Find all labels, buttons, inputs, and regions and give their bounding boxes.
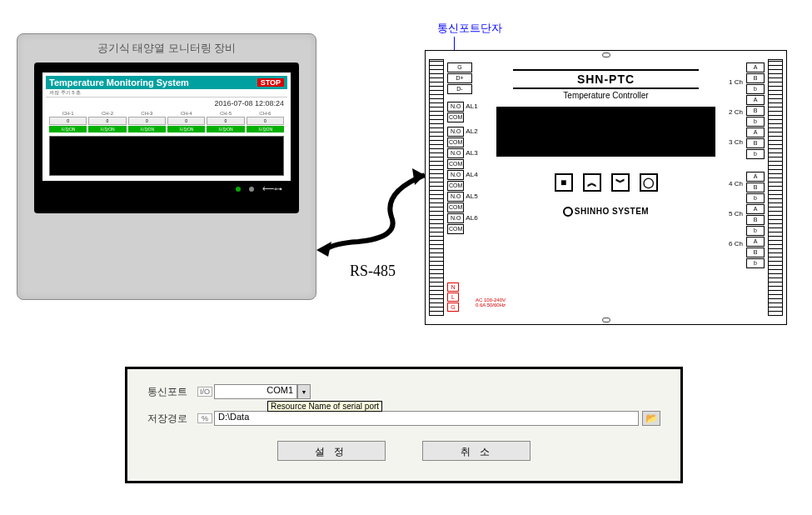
monitor-screen: Temperature Monitoring System STOP 저장 주기…: [42, 72, 291, 181]
browse-button[interactable]: 📂: [642, 411, 660, 426]
left-pin-labels: G D+ D- N.OCOMAL1 N.OCOMAL2 N.OCOMAL3 N.…: [447, 62, 472, 235]
ch-4-label: 4 Ch: [729, 169, 743, 199]
ch-pin: A: [746, 62, 765, 72]
ch-pin: B: [746, 138, 765, 148]
comm-port-value[interactable]: COM1: [214, 384, 297, 399]
channel-status: 저장ON: [128, 126, 166, 132]
screen-title-bar: Temperature Monitoring System STOP: [46, 76, 287, 89]
ok-button[interactable]: 설 정: [277, 441, 386, 461]
alarm-pin-no: N.O: [447, 148, 464, 158]
channel-3: CH-3 0 저장ON: [128, 111, 166, 132]
left-terminal-block: [429, 59, 444, 316]
alarm-5-label: AL5: [464, 192, 477, 213]
alarm-pin-no: N.O: [447, 170, 464, 180]
controller-subtitle: Temperature Controller: [496, 91, 715, 100]
channel-label: CH-6: [247, 111, 284, 116]
ch-3-label: 3 Ch: [729, 128, 743, 158]
save-path-row: 저장경로 % D:\Data 📂: [147, 411, 660, 426]
channels-row: CH-1 0 저장ON CH-2 0 저장ON CH-3 0 저장ON CH-4…: [46, 109, 287, 134]
chevron-down-icon[interactable]: ▼: [297, 384, 311, 399]
up-button[interactable]: ︽: [583, 173, 601, 192]
channel-status: 저장ON: [207, 126, 244, 132]
channel-label: CH-5: [207, 111, 244, 116]
dialog-buttons: 설 정 취 소: [147, 441, 660, 461]
alarm-6-label: AL6: [464, 213, 477, 235]
ch-pin: A: [746, 128, 765, 138]
comm-port-label: 통신포트: [147, 385, 197, 399]
controller-face: SHN-PTC Temperature Controller ■ ︽ ︾ ◯ S…: [496, 68, 715, 308]
ch-pin: b: [746, 226, 765, 236]
channel-label: CH-4: [167, 111, 205, 116]
stop-button[interactable]: STOP: [257, 78, 284, 87]
svg-marker-0: [316, 242, 331, 257]
channel-6: CH-6 0 저장ON: [247, 111, 284, 132]
comm-port-row: 통신포트 I/O COM1 ▼: [147, 384, 660, 399]
alarm-1-label: AL1: [464, 102, 477, 123]
logo-icon: [563, 207, 573, 217]
right-pin-labels: A B b A B b A B b A B b A B b A B b: [746, 62, 765, 269]
controller-model: SHN-PTC: [496, 72, 715, 86]
manufacturer-logo: SHINHO SYSTEM: [496, 207, 715, 217]
channel-label: CH-3: [128, 111, 166, 116]
screw-icon: [602, 318, 610, 322]
cancel-button[interactable]: 취 소: [422, 441, 531, 461]
channel-value: 0: [49, 117, 87, 125]
ch-pin: A: [746, 237, 765, 247]
ch-6-label: 6 Ch: [729, 229, 743, 259]
alarm-pin-no: N.O: [447, 192, 464, 202]
ch-pin: B: [746, 248, 765, 258]
save-path-input[interactable]: D:\Data: [214, 411, 639, 426]
cycle-button[interactable]: ◯: [640, 173, 658, 192]
channel-labels: 1 Ch 2 Ch 3 Ch 4 Ch 5 Ch 6 Ch: [729, 68, 743, 259]
settings-dialog: 통신포트 I/O COM1 ▼ Resource Name of serial …: [125, 367, 683, 483]
channel-2: CH-2 0 저장ON: [88, 111, 126, 132]
alarm-2-label: AL2: [464, 127, 477, 148]
temperature-chart: [49, 136, 284, 176]
ch-pin: b: [746, 193, 765, 203]
channel-5: CH-5 0 저장ON: [207, 111, 244, 132]
temperature-controller: G D+ D- N.OCOMAL1 N.OCOMAL2 N.OCOMAL3 N.…: [425, 50, 787, 325]
ch-1-label: 1 Ch: [729, 68, 743, 98]
controller-buttons: ■ ︽ ︾ ◯: [496, 173, 715, 192]
ch-pin: B: [746, 182, 765, 192]
alarm-pin-no: N.O: [447, 213, 464, 223]
ch-pin: b: [746, 258, 765, 268]
channel-value: 0: [167, 117, 205, 125]
controller-lcd: [496, 107, 715, 157]
alarm-pin-no: N.O: [447, 102, 464, 112]
status-led-icon: [249, 187, 254, 192]
channel-value: 0: [207, 117, 244, 125]
channel-status: 저장ON: [247, 126, 284, 132]
ch-pin: b: [746, 117, 765, 127]
alarm-pin-com: COM: [447, 181, 464, 191]
link-protocol-label: RS-485: [350, 262, 396, 280]
alarm-pin-com: COM: [447, 112, 464, 122]
ch-pin: b: [746, 149, 765, 159]
screen-title: Temperature Monitoring System: [49, 78, 189, 88]
ch-2-label: 2 Ch: [729, 98, 743, 128]
ch-5-label: 5 Ch: [729, 199, 743, 229]
down-button[interactable]: ︾: [611, 173, 630, 192]
stop-button[interactable]: ■: [555, 173, 573, 192]
power-pin-n: N: [447, 282, 459, 292]
path-icon: %: [197, 413, 212, 423]
power-led-icon: [236, 187, 241, 192]
ch-pin: b: [746, 84, 765, 94]
screen-datetime: 2016-07-08 12:08:24: [46, 98, 287, 109]
usb-icon: ⟵⊶: [262, 184, 282, 193]
io-icon: I/O: [197, 387, 212, 397]
comm-port-combo[interactable]: COM1 ▼: [214, 384, 311, 399]
channel-1: CH-1 0 저장ON: [49, 111, 87, 132]
comm-pin-dminus: D-: [447, 84, 472, 94]
power-pin-l: L: [447, 292, 459, 302]
alarm-pin-com: COM: [447, 159, 464, 169]
monitoring-device-enclosure: 공기식 태양열 모니터링 장비 Temperature Monitoring S…: [17, 33, 316, 300]
cable-arrow-icon: [316, 167, 433, 267]
alarm-pin-com: COM: [447, 202, 464, 212]
ch-pin: B: [746, 73, 765, 83]
channel-value: 0: [128, 117, 166, 125]
save-path-label: 저장경로: [147, 412, 197, 426]
channel-label: CH-2: [88, 111, 126, 116]
monitor-status-bar: ⟵⊶: [42, 181, 291, 197]
ch-pin: B: [746, 106, 765, 116]
